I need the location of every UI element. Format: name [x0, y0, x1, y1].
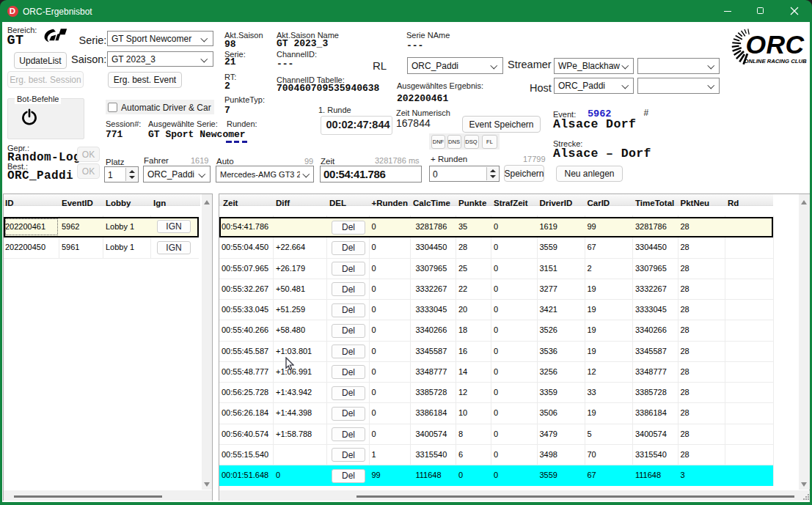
svg-text:ONLINE RACING CLUB: ONLINE RACING CLUB [745, 58, 807, 64]
svg-text:ORC: ORC [746, 30, 805, 59]
